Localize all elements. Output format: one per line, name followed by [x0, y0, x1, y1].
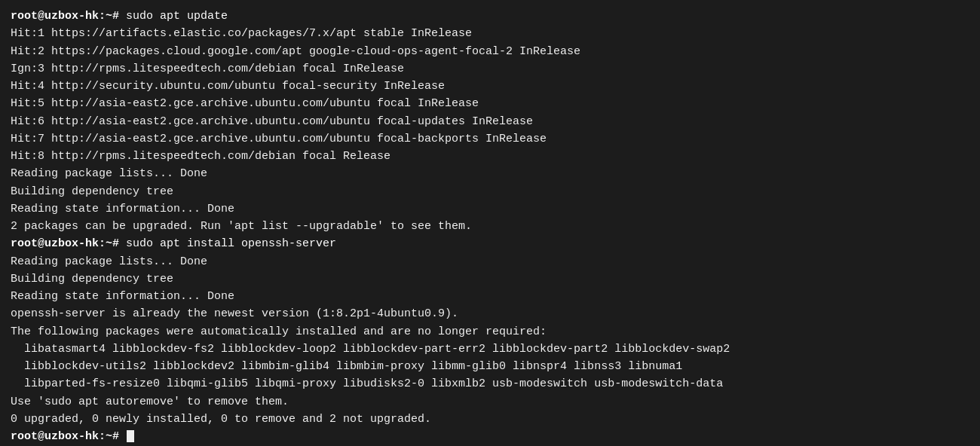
terminal-line: openssh-server is already the newest ver… [11, 305, 969, 322]
output-text: Hit:5 http://asia-east2.gce.archive.ubun… [11, 97, 479, 110]
output-text: Hit:6 http://asia-east2.gce.archive.ubun… [11, 115, 533, 128]
terminal-line: Ign:3 http://rpms.litespeedtech.com/debi… [11, 60, 969, 78]
command-text: sudo apt install openssh-server [126, 237, 336, 250]
output-text: libparted-fs-resize0 libqmi-glib5 libqmi… [11, 377, 723, 390]
terminal-line: Use 'sudo apt autoremove' to remove them… [11, 393, 969, 411]
prompt-text: root@uzbox-hk:~# [11, 10, 126, 23]
terminal-line: root@uzbox-hk:~# [11, 428, 969, 445]
output-text: Hit:1 https://artifacts.elastic.co/packa… [11, 27, 472, 40]
terminal-line: Reading package lists... Done [11, 253, 969, 270]
output-text: The following packages were automaticall… [11, 325, 547, 338]
output-text: libblockdev-utils2 libblockdev2 libmbim-… [11, 360, 682, 373]
prompt-text: root@uzbox-hk:~# [11, 237, 126, 250]
terminal-line: Building dependency tree [11, 270, 969, 288]
output-text: 2 packages can be upgraded. Run 'apt lis… [11, 220, 472, 233]
output-text: Reading state information... Done [11, 203, 234, 215]
terminal-line: The following packages were automaticall… [11, 323, 969, 341]
terminal-line: root@uzbox-hk:~# sudo apt update [11, 8, 969, 25]
output-text: Hit:2 https://packages.cloud.google.com/… [11, 45, 580, 58]
terminal-line: root@uzbox-hk:~# sudo apt install openss… [11, 235, 969, 252]
output-text: Reading state information... Done [11, 290, 234, 303]
terminal-line: Hit:8 http://rpms.litespeedtech.com/debi… [11, 148, 969, 165]
terminal-line: Hit:2 https://packages.cloud.google.com/… [11, 43, 969, 60]
terminal-line: Hit:6 http://asia-east2.gce.archive.ubun… [11, 113, 969, 130]
output-text: Reading package lists... Done [11, 167, 207, 180]
terminal-line: Hit:7 http://asia-east2.gce.archive.ubun… [11, 130, 969, 148]
output-text: Hit:8 http://rpms.litespeedtech.com/debi… [11, 150, 390, 163]
terminal-line: Reading state information... Done [11, 288, 969, 305]
output-text: Building dependency tree [11, 273, 173, 286]
output-text: libatasmart4 libblockdev-fs2 libblockdev… [11, 343, 730, 356]
output-text: Reading package lists... Done [11, 255, 207, 268]
terminal-line: Reading package lists... Done [11, 165, 969, 182]
prompt-text: root@uzbox-hk:~# [11, 430, 126, 443]
output-text: Hit:4 http://security.ubuntu.com/ubuntu … [11, 80, 445, 93]
terminal-cursor [127, 430, 134, 442]
output-text: Building dependency tree [11, 185, 173, 198]
terminal-line: libblockdev-utils2 libblockdev2 libmbim-… [11, 358, 969, 375]
output-text: openssh-server is already the newest ver… [11, 307, 458, 320]
terminal-line: Hit:4 http://security.ubuntu.com/ubuntu … [11, 78, 969, 95]
terminal-line: 0 upgraded, 0 newly installed, 0 to remo… [11, 411, 969, 428]
terminal-line: libparted-fs-resize0 libqmi-glib5 libqmi… [11, 375, 969, 393]
terminal-line: Hit:5 http://asia-east2.gce.archive.ubun… [11, 95, 969, 112]
output-text: Hit:7 http://asia-east2.gce.archive.ubun… [11, 133, 547, 145]
terminal-window[interactable]: root@uzbox-hk:~# sudo apt updateHit:1 ht… [0, 0, 980, 446]
terminal-line: Building dependency tree [11, 183, 969, 200]
output-text: Ign:3 http://rpms.litespeedtech.com/debi… [11, 63, 404, 75]
output-text: Use 'sudo apt autoremove' to remove them… [11, 396, 289, 408]
terminal-line: 2 packages can be upgraded. Run 'apt lis… [11, 218, 969, 235]
terminal-line: libatasmart4 libblockdev-fs2 libblockdev… [11, 341, 969, 358]
terminal-line: Hit:1 https://artifacts.elastic.co/packa… [11, 25, 969, 42]
output-text: 0 upgraded, 0 newly installed, 0 to remo… [11, 413, 431, 426]
command-text: sudo apt update [126, 10, 228, 23]
terminal-line: Reading state information... Done [11, 200, 969, 218]
